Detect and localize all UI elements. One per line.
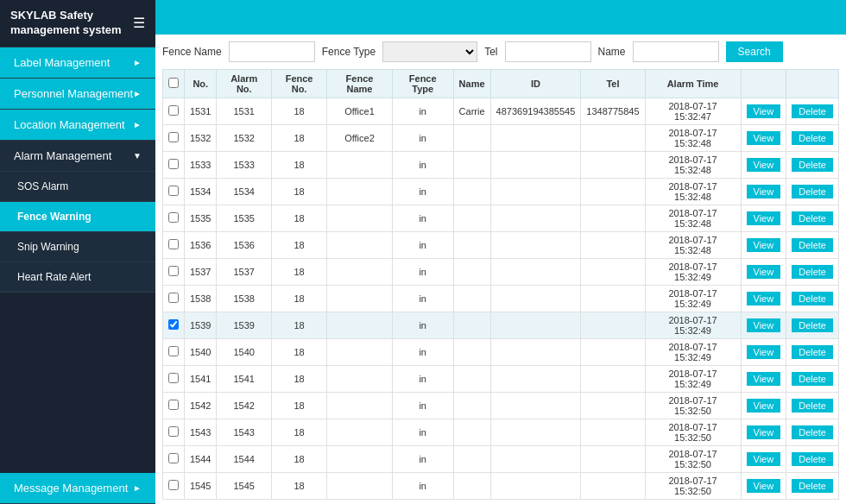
row-view-cell: View xyxy=(741,205,786,232)
sidebar-item-fence-warning[interactable]: Fence Warning xyxy=(0,202,155,232)
delete-button[interactable]: Delete xyxy=(792,425,833,439)
view-button[interactable]: View xyxy=(747,479,781,493)
sidebar-item-personnel-management[interactable]: Personnel Management ► xyxy=(0,79,155,110)
row-fence-name xyxy=(327,312,393,339)
name-label: Name xyxy=(598,46,626,58)
tel-input[interactable] xyxy=(505,41,591,62)
sidebar-header: SKYLAB Safety management system ☰ xyxy=(0,0,155,47)
row-checkbox[interactable] xyxy=(168,159,179,169)
delete-button[interactable]: Delete xyxy=(792,158,833,172)
search-button[interactable]: Search xyxy=(726,41,783,62)
fence-name-label: Fence Name xyxy=(162,46,222,58)
sidebar-item-message-management[interactable]: Message Management ► xyxy=(0,473,155,504)
delete-button[interactable]: Delete xyxy=(792,238,833,252)
sidebar-item-heart-rate-alert[interactable]: Heart Rate Alert xyxy=(0,262,155,293)
row-fence-no: 18 xyxy=(272,312,327,339)
table-row: 1532 1532 18 Office2 in 2018-07-17 15:32… xyxy=(163,125,839,152)
view-button[interactable]: View xyxy=(747,318,781,332)
row-fence-no: 18 xyxy=(272,125,327,152)
view-button[interactable]: View xyxy=(747,104,781,118)
row-checkbox-cell xyxy=(163,366,185,393)
row-checkbox[interactable] xyxy=(168,105,179,116)
row-checkbox[interactable] xyxy=(168,480,179,490)
chevron-right-icon: ► xyxy=(133,58,142,67)
row-delete-cell: Delete xyxy=(786,366,839,393)
brand-name: SKYLAB Safety management system xyxy=(10,9,122,38)
delete-button[interactable]: Delete xyxy=(792,211,833,225)
col-fence-type: Fence Type xyxy=(392,70,453,98)
sidebar-item-sos-alarm[interactable]: SOS Alarm xyxy=(0,172,155,202)
row-view-cell: View xyxy=(741,98,786,125)
row-tel xyxy=(581,179,645,205)
sidebar-item-label: Alarm Management xyxy=(14,149,111,162)
sidebar-item-snip-warning[interactable]: Snip Warning xyxy=(0,232,155,262)
name-input[interactable] xyxy=(633,41,719,62)
row-fence-type: in xyxy=(392,98,453,125)
delete-button[interactable]: Delete xyxy=(792,104,833,118)
row-alarm-time: 2018-07-17 15:32:48 xyxy=(645,152,741,179)
hamburger-icon[interactable]: ☰ xyxy=(133,15,145,31)
view-button[interactable]: View xyxy=(747,185,781,198)
row-view-cell: View xyxy=(741,366,786,393)
fence-type-select[interactable]: in out xyxy=(382,41,477,62)
delete-button[interactable]: Delete xyxy=(792,131,833,145)
delete-button[interactable]: Delete xyxy=(792,399,833,413)
row-checkbox[interactable] xyxy=(168,293,179,303)
delete-button[interactable]: Delete xyxy=(792,452,833,466)
row-alarm-time: 2018-07-17 15:32:50 xyxy=(645,419,741,446)
sidebar-item-label: Personnel Management xyxy=(14,87,133,100)
view-button[interactable]: View xyxy=(747,292,781,306)
row-fence-no: 18 xyxy=(272,232,327,259)
row-checkbox[interactable] xyxy=(168,426,179,437)
chevron-right-icon: ► xyxy=(133,89,142,98)
row-view-cell: View xyxy=(741,312,786,339)
row-checkbox[interactable] xyxy=(168,373,179,383)
row-fence-type: in xyxy=(392,312,453,339)
view-button[interactable]: View xyxy=(747,238,781,252)
row-checkbox[interactable] xyxy=(168,132,179,142)
sidebar-item-label: Snip Warning xyxy=(17,241,79,253)
select-all-checkbox[interactable] xyxy=(168,78,179,88)
view-button[interactable]: View xyxy=(747,425,781,439)
row-checkbox[interactable] xyxy=(168,186,179,196)
row-name xyxy=(453,259,490,286)
view-button[interactable]: View xyxy=(747,211,781,225)
row-view-cell: View xyxy=(741,179,786,205)
view-button[interactable]: View xyxy=(747,372,781,386)
row-id xyxy=(490,339,581,366)
row-fence-type: in xyxy=(392,286,453,312)
table-row: 1542 1542 18 in 2018-07-17 15:32:50 View… xyxy=(163,393,839,419)
sidebar-item-alarm-management[interactable]: Alarm Management ▼ xyxy=(0,141,155,172)
row-view-cell: View xyxy=(741,393,786,419)
row-checkbox[interactable] xyxy=(168,239,179,249)
row-name xyxy=(453,205,490,232)
row-delete-cell: Delete xyxy=(786,232,839,259)
delete-button[interactable]: Delete xyxy=(792,265,833,279)
view-button[interactable]: View xyxy=(747,265,781,279)
row-checkbox-cell xyxy=(163,446,185,473)
delete-button[interactable]: Delete xyxy=(792,318,833,332)
sidebar-item-location-management[interactable]: Location Management ► xyxy=(0,110,155,141)
row-alarm-no: 1543 xyxy=(217,419,272,446)
view-button[interactable]: View xyxy=(747,399,781,413)
row-checkbox[interactable] xyxy=(168,212,179,223)
delete-button[interactable]: Delete xyxy=(792,185,833,198)
view-button[interactable]: View xyxy=(747,452,781,466)
row-tel xyxy=(581,393,645,419)
row-checkbox[interactable] xyxy=(168,346,179,356)
row-checkbox[interactable] xyxy=(168,453,179,463)
view-button[interactable]: View xyxy=(747,131,781,145)
delete-button[interactable]: Delete xyxy=(792,479,833,493)
view-button[interactable]: View xyxy=(747,345,781,359)
row-fence-name xyxy=(327,232,393,259)
fence-name-input[interactable] xyxy=(229,41,315,62)
delete-button[interactable]: Delete xyxy=(792,345,833,359)
row-fence-name xyxy=(327,339,393,366)
view-button[interactable]: View xyxy=(747,158,781,172)
delete-button[interactable]: Delete xyxy=(792,372,833,386)
row-checkbox[interactable] xyxy=(168,400,179,410)
row-checkbox[interactable] xyxy=(168,266,179,276)
sidebar-item-label-management[interactable]: Label Management ► xyxy=(0,47,155,79)
row-checkbox[interactable] xyxy=(168,319,179,330)
delete-button[interactable]: Delete xyxy=(792,292,833,306)
